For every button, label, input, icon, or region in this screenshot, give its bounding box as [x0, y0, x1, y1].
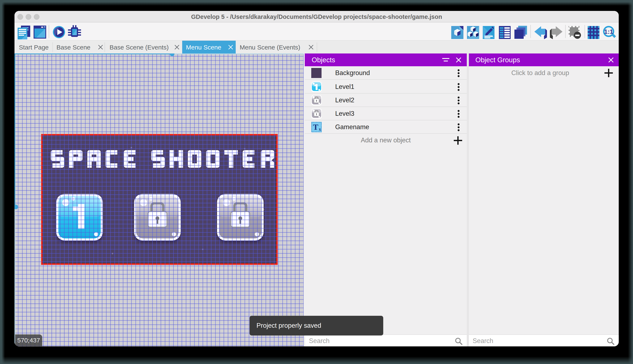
svg-text:x: x	[319, 127, 321, 132]
svg-text:T: T	[313, 123, 318, 132]
svg-text:1:1: 1:1	[604, 28, 613, 35]
